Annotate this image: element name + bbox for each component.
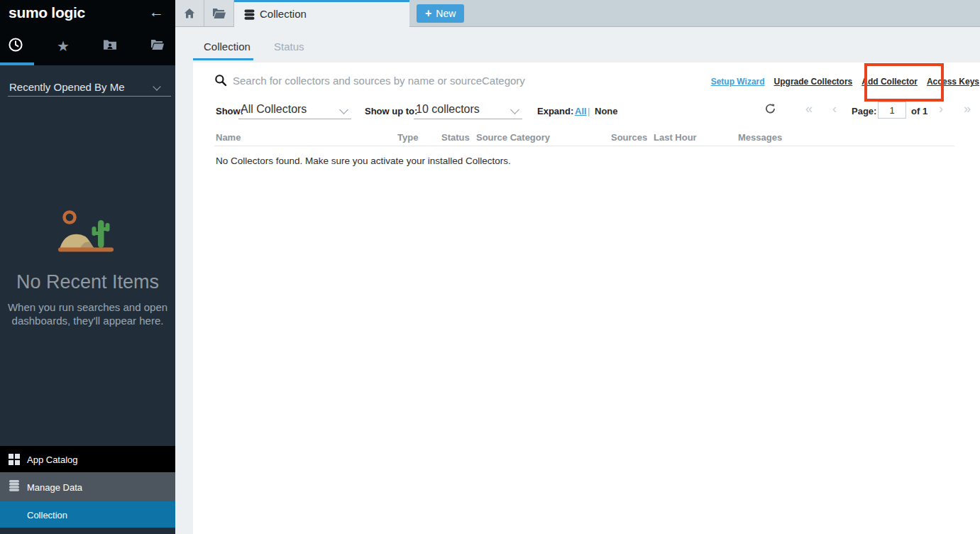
sun-icon: [65, 212, 75, 223]
expand-none-link[interactable]: None: [595, 106, 618, 116]
setup-wizard-link[interactable]: Setup Wizard: [711, 77, 765, 87]
desert-empty-illustration: [58, 209, 114, 256]
column-header-last-hour[interactable]: Last Hour: [654, 132, 697, 143]
collection-label: Collection: [27, 509, 67, 520]
empty-state-text-line2: dashboards, they'll appear here.: [0, 315, 175, 327]
chevron-down-icon: [510, 105, 519, 114]
column-header-status[interactable]: Status: [441, 132, 470, 143]
pagination-last-icon[interactable]: »: [964, 102, 971, 115]
pagination-next-icon[interactable]: ›: [939, 102, 943, 115]
no-collectors-message: No Collectors found. Make sure you activ…: [216, 156, 511, 166]
limit-filter-label: Show up to:: [365, 106, 417, 116]
pagination-prev-icon[interactable]: ‹: [832, 102, 837, 115]
app-catalog-grid-icon: [9, 454, 20, 465]
column-header-messages[interactable]: Messages: [738, 132, 782, 143]
chevron-down-icon: [339, 105, 348, 114]
home-tab-button[interactable]: [175, 0, 204, 26]
active-subtab-indicator: [193, 58, 253, 60]
collapse-sidebar-icon[interactable]: ←: [149, 4, 164, 21]
limit-filter-dropdown[interactable]: 10 collectors: [414, 102, 522, 119]
recently-opened-dropdown[interactable]: Recently Opened By Me: [0, 74, 175, 98]
chevron-down-icon: [153, 82, 160, 90]
library-folder-icon[interactable]: [151, 40, 165, 53]
active-nav-indicator: [0, 62, 34, 65]
sidebar-header: sumo logic ←: [0, 0, 175, 27]
empty-state-text-line1: When you run searches and open: [0, 301, 175, 313]
subtab-bar: Collection Status: [175, 27, 980, 62]
sidebar-item-manage-data[interactable]: Manage Data: [0, 472, 175, 501]
sidebar-bottom-menu: App Catalog Manage Data Collection: [0, 446, 175, 528]
limit-filter-value: 10 collectors: [416, 103, 480, 116]
expand-all-link[interactable]: All: [575, 106, 587, 116]
sidebar-item-collection[interactable]: Collection: [0, 501, 175, 528]
database-icon: [244, 9, 255, 21]
search-icon: [214, 74, 227, 89]
refresh-icon[interactable]: [765, 103, 776, 117]
manage-data-label: Manage Data: [27, 481, 82, 492]
sidebar-icon-strip: ★: [0, 27, 175, 65]
tab-collection[interactable]: Collection: [234, 0, 409, 27]
table-header-divider: [214, 146, 954, 146]
new-button-label: New: [436, 8, 456, 19]
show-filter-value: All Collectors: [241, 103, 307, 116]
page-of-label: of 1: [911, 106, 927, 116]
sumo-logic-logo: sumo logic: [9, 4, 85, 21]
top-tab-bar: Collection + New: [175, 0, 980, 27]
database-icon: [9, 479, 20, 494]
column-header-sources[interactable]: Sources: [611, 132, 647, 143]
page-number-input[interactable]: [878, 102, 906, 119]
collection-panel: Setup Wizard Upgrade Collectors Add Coll…: [193, 62, 980, 534]
library-tab-button[interactable]: [204, 0, 234, 26]
column-header-source-category[interactable]: Source Category: [476, 132, 550, 143]
column-header-name[interactable]: Name: [216, 132, 241, 143]
page-label: Page:: [852, 106, 876, 116]
column-header-type[interactable]: Type: [397, 132, 418, 143]
add-collector-link[interactable]: Add Collector: [861, 77, 918, 87]
divider: [8, 96, 171, 97]
expand-divider: |: [588, 106, 590, 116]
search-input[interactable]: [233, 71, 687, 89]
no-recent-items-title: No Recent Items: [0, 271, 175, 293]
upgrade-collectors-link[interactable]: Upgrade Collectors: [774, 77, 853, 87]
favorites-star-icon[interactable]: ★: [57, 39, 70, 53]
plus-icon: +: [425, 8, 431, 19]
expand-label: Expand:: [537, 106, 573, 116]
access-keys-link[interactable]: Access Keys: [927, 77, 979, 87]
new-button[interactable]: + New: [417, 4, 464, 23]
app-catalog-label: App Catalog: [27, 454, 78, 464]
sidebar-item-app-catalog[interactable]: App Catalog: [0, 446, 175, 472]
personal-folder-icon[interactable]: [104, 39, 117, 53]
sidebar: sumo logic ← ★ Recently Opened By: [0, 0, 175, 534]
pagination-first-icon[interactable]: «: [805, 102, 813, 115]
recently-opened-label: Recently Opened By Me: [9, 81, 125, 93]
action-links: Setup Wizard Upgrade Collectors Add Coll…: [711, 77, 979, 87]
tab-collection-label: Collection: [260, 8, 307, 20]
subtab-collection[interactable]: Collection: [204, 40, 250, 53]
folder-icon: [212, 8, 226, 18]
recents-clock-icon[interactable]: [8, 37, 23, 55]
subtab-status[interactable]: Status: [274, 40, 304, 53]
show-filter-dropdown[interactable]: All Collectors: [238, 102, 351, 119]
home-icon: [184, 8, 195, 18]
